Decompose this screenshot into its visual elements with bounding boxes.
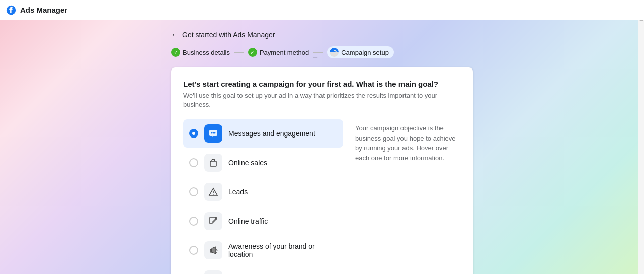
step-separator-2: – — [313, 52, 323, 53]
step-label-business: Business details — [183, 49, 230, 56]
option-label-messages: Messages and engagement — [228, 129, 315, 138]
back-link[interactable]: ← Get started with Ads Manager — [171, 30, 473, 39]
description-text: Your campaign objective is the business … — [355, 124, 455, 162]
radio-leads[interactable] — [189, 187, 198, 196]
messages-engagement-icon — [204, 124, 222, 143]
option-online-traffic[interactable]: Online traffic — [183, 207, 343, 235]
svg-rect-6 — [210, 161, 216, 166]
stepper: ✓ Business details ✓ Payment method – — [171, 46, 473, 58]
radio-online-traffic[interactable] — [189, 217, 198, 226]
navbar-logo-area: Ads Manager — [6, 5, 67, 15]
facebook-logo-icon — [6, 5, 16, 15]
app-users-icon — [204, 270, 222, 274]
radio-awareness[interactable] — [189, 246, 198, 255]
options-container: Messages and engagement Online sales — [183, 119, 461, 274]
leads-icon — [204, 183, 222, 201]
svg-point-12 — [216, 249, 217, 250]
awareness-icon — [204, 241, 222, 259]
content-wrapper: ← Get started with Ads Manager ✓ Busines… — [171, 30, 473, 264]
option-label-awareness: Awareness of your brand or location — [228, 242, 337, 258]
description-panel: Your campaign objective is the business … — [355, 119, 461, 274]
scrollbar[interactable] — [638, 0, 644, 274]
campaign-goal-card: Let's start creating a campaign for your… — [171, 67, 473, 274]
radio-messages-engagement[interactable] — [189, 129, 198, 138]
card-title: Let's start creating a campaign for your… — [183, 80, 461, 88]
back-link-text: Get started with Ads Manager — [182, 31, 275, 39]
back-arrow-icon: ← — [171, 30, 179, 39]
option-awareness[interactable]: Awareness of your brand or location — [183, 236, 343, 264]
online-sales-icon — [204, 154, 222, 172]
step-campaign-setup: Campaign setup — [327, 46, 394, 58]
navbar: Ads Manager — [0, 0, 644, 20]
option-online-sales[interactable]: Online sales — [183, 149, 343, 177]
step-check-icon-2: ✓ — [248, 48, 257, 57]
option-messages-engagement[interactable]: Messages and engagement — [183, 119, 343, 148]
options-list: Messages and engagement Online sales — [183, 119, 343, 274]
radio-online-sales[interactable] — [189, 158, 198, 167]
svg-point-3 — [211, 132, 213, 134]
main-content: ← Get started with Ads Manager ✓ Busines… — [0, 20, 644, 274]
step-separator-1 — [234, 52, 244, 53]
step-label-payment: Payment method — [260, 49, 309, 56]
online-traffic-icon — [204, 212, 222, 230]
step-business-details: ✓ Business details — [171, 48, 230, 57]
step-label-campaign: Campaign setup — [341, 49, 389, 56]
svg-point-13 — [217, 250, 218, 251]
card-subtitle: We'll use this goal to set up your ad in… — [183, 91, 461, 109]
svg-point-4 — [213, 132, 214, 134]
option-leads[interactable]: Leads — [183, 178, 343, 206]
option-app-users[interactable]: More people using your app — [183, 265, 343, 274]
option-label-leads: Leads — [228, 188, 248, 196]
svg-point-9 — [213, 194, 214, 195]
option-label-sales: Online sales — [228, 159, 267, 167]
svg-point-14 — [216, 252, 217, 253]
step-active-icon — [330, 48, 339, 57]
step-payment-method: ✓ Payment method — [248, 48, 309, 57]
svg-line-11 — [212, 218, 217, 222]
app-title: Ads Manager — [20, 6, 67, 14]
step-check-icon: ✓ — [171, 48, 180, 57]
option-label-traffic: Online traffic — [228, 217, 268, 225]
svg-point-5 — [214, 132, 216, 134]
